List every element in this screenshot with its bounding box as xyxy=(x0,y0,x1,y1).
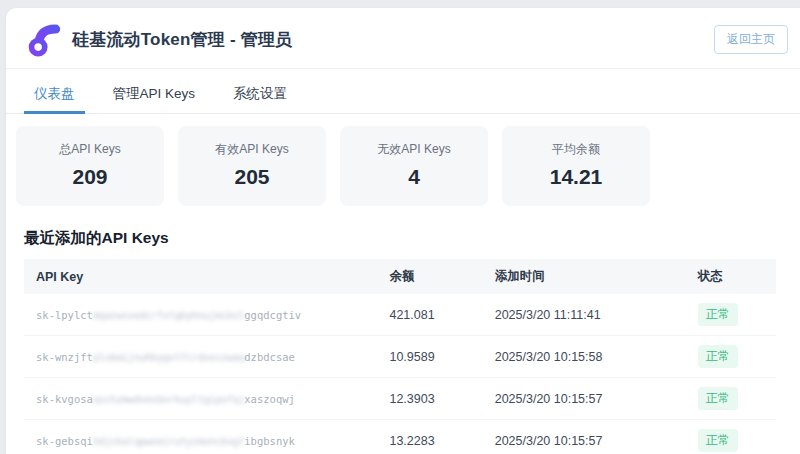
siliconflow-logo-icon xyxy=(26,21,62,57)
api-key-suffix: dzbdcsae xyxy=(244,351,295,363)
balance-cell: 12.3903 xyxy=(377,378,482,420)
stat-card: 有效API Keys205 xyxy=(178,126,326,206)
api-key-prefix: sk-lpylct xyxy=(36,309,93,321)
added-time-cell: 2025/3/20 10:15:58 xyxy=(483,336,686,378)
api-key-prefix: sk-kvgosa xyxy=(36,393,93,405)
api-key-masked-section: plokmijnuhbygvtfcrdxeszwaq xyxy=(93,351,244,363)
tab-dashboard[interactable]: 仪表盘 xyxy=(24,75,85,114)
stat-card: 总API Keys209 xyxy=(16,126,164,206)
table-row: sk-wnzjftplokmijnuhbygvtfcrdxeszwaqdzbdc… xyxy=(24,336,776,378)
status-cell: 正常 xyxy=(686,294,776,336)
page-title: 硅基流动Token管理 - 管理员 xyxy=(72,28,292,51)
table-row: sk-gebsqihdjskalqpwoeirutyzmxncbvgfibgbs… xyxy=(24,420,776,454)
api-key-masked-section: mqazwsxedcrfvtgbyhnujmikol xyxy=(93,309,244,321)
status-badge: 正常 xyxy=(698,345,738,368)
column-header-api-key: API Key xyxy=(24,259,377,294)
api-key-suffix: ibgbsnyk xyxy=(244,435,295,447)
status-cell: 正常 xyxy=(686,378,776,420)
stat-value: 205 xyxy=(178,165,326,189)
api-key-masked-section: qschzmwdvexbnrkuyltgipofaj xyxy=(93,393,244,405)
stat-label: 总API Keys xyxy=(16,141,164,158)
api-key-masked-section: hdjskalqpwoeirutyzmxncbvgf xyxy=(93,435,244,447)
main-card: 硅基流动Token管理 - 管理员 返回主页 仪表盘管理API Keys系统设置… xyxy=(6,8,800,454)
column-header-added-time: 添加时间 xyxy=(483,259,686,294)
api-key-cell: sk-wnzjftplokmijnuhbygvtfcrdxeszwaqdzbdc… xyxy=(24,336,377,378)
stat-card: 无效API Keys4 xyxy=(340,126,488,206)
app-header: 硅基流动Token管理 - 管理员 返回主页 xyxy=(6,8,800,69)
added-time-cell: 2025/3/20 10:15:57 xyxy=(483,378,686,420)
stat-value: 14.21 xyxy=(502,165,650,189)
back-home-button[interactable]: 返回主页 xyxy=(714,25,788,54)
status-cell: 正常 xyxy=(686,420,776,454)
table-row: sk-lpylctmqazwsxedcrfvtgbyhnujmikolggqdc… xyxy=(24,294,776,336)
tab-manage-api-keys[interactable]: 管理API Keys xyxy=(103,75,206,114)
tab-system-settings[interactable]: 系统设置 xyxy=(223,75,297,114)
status-cell: 正常 xyxy=(686,336,776,378)
stat-label: 无效API Keys xyxy=(340,141,488,158)
api-key-prefix: sk-gebsqi xyxy=(36,435,93,447)
api-key-suffix: ggqdcgtiv xyxy=(244,309,301,321)
stat-value: 4 xyxy=(340,165,488,189)
api-key-cell: sk-gebsqihdjskalqpwoeirutyzmxncbvgfibgbs… xyxy=(24,420,377,454)
stat-value: 209 xyxy=(16,165,164,189)
api-key-suffix: xaszoqwj xyxy=(244,393,295,405)
column-header-balance: 余额 xyxy=(377,259,482,294)
api-key-cell: sk-lpylctmqazwsxedcrfvtgbyhnujmikolggqdc… xyxy=(24,294,377,336)
balance-cell: 10.9589 xyxy=(377,336,482,378)
column-header-status: 状态 xyxy=(686,259,776,294)
stat-label: 有效API Keys xyxy=(178,141,326,158)
balance-cell: 13.2283 xyxy=(377,420,482,454)
status-badge: 正常 xyxy=(698,429,738,452)
stats-row: 总API Keys209有效API Keys205无效API Keys4平均余额… xyxy=(6,114,800,216)
added-time-cell: 2025/3/20 10:15:57 xyxy=(483,420,686,454)
balance-cell: 421.081 xyxy=(377,294,482,336)
recent-keys-section-title: 最近添加的API Keys xyxy=(24,228,800,249)
added-time-cell: 2025/3/20 11:11:41 xyxy=(483,294,686,336)
recent-keys-table: API Key 余额 添加时间 状态 sk-lpylctmqazwsxedcrf… xyxy=(24,259,776,454)
stat-card: 平均余额14.21 xyxy=(502,126,650,206)
api-key-prefix: sk-wnzjft xyxy=(36,351,93,363)
status-badge: 正常 xyxy=(698,387,738,410)
table-row: sk-kvgosaqschzmwdvexbnrkuyltgipofajxaszo… xyxy=(24,378,776,420)
stat-label: 平均余额 xyxy=(502,141,650,158)
status-badge: 正常 xyxy=(698,303,738,326)
api-key-cell: sk-kvgosaqschzmwdvexbnrkuyltgipofajxaszo… xyxy=(24,378,377,420)
tab-bar: 仪表盘管理API Keys系统设置 xyxy=(6,75,800,114)
table-header-row: API Key 余额 添加时间 状态 xyxy=(24,259,776,294)
